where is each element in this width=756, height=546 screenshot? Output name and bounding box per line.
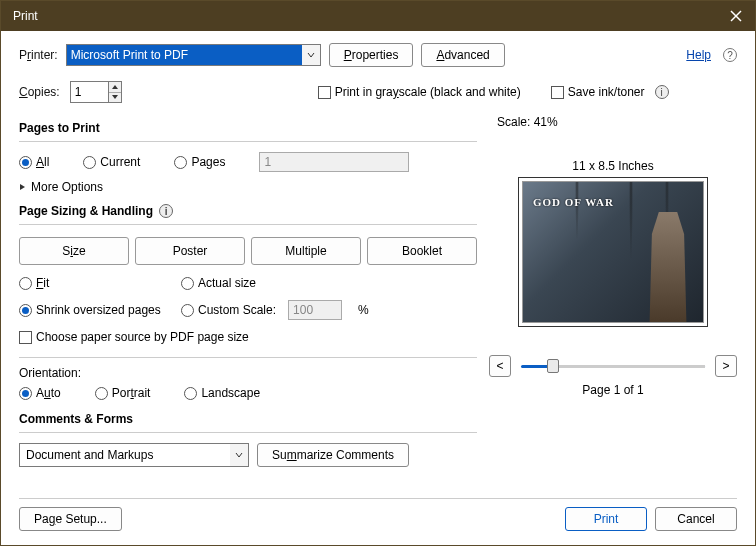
comments-dropdown[interactable]: Document and Markups <box>19 443 249 467</box>
page-indicator: Page 1 of 1 <box>582 383 643 397</box>
tab-booklet[interactable]: Booklet <box>367 237 477 265</box>
footer: Page Setup... Print Cancel <box>1 499 755 545</box>
preview-game-title: GOD OF WAR <box>533 196 614 208</box>
prev-page-button[interactable]: < <box>489 355 511 377</box>
choose-paper-checkbox[interactable]: Choose paper source by PDF page size <box>19 330 249 344</box>
radio-label: Pages <box>191 155 225 169</box>
summarize-comments-button[interactable]: Summarize Comments <box>257 443 409 467</box>
copies-down-icon[interactable] <box>109 93 121 103</box>
radio-label: Current <box>100 155 140 169</box>
printer-dropdown[interactable]: Microsoft Print to PDF <box>66 44 321 66</box>
close-icon[interactable] <box>729 9 743 23</box>
shrink-radio[interactable]: Shrink oversized pages <box>19 303 169 317</box>
sizing-tabs: Size Poster Multiple Booklet <box>19 237 477 265</box>
grayscale-checkbox[interactable]: Print in grayscale (black and white) <box>318 85 521 99</box>
orientation-title: Orientation: <box>19 366 477 380</box>
chevron-down-icon <box>230 444 248 466</box>
tab-size[interactable]: Size <box>19 237 129 265</box>
window-title: Print <box>13 9 38 23</box>
printer-row: Printer: Microsoft Print to PDF Properti… <box>19 43 737 67</box>
printer-dropdown-value: Microsoft Print to PDF <box>67 45 302 65</box>
pages-all-radio[interactable]: All <box>19 155 49 169</box>
preview-image: GOD OF WAR <box>522 181 704 323</box>
printer-label: Printer: <box>19 48 58 62</box>
more-options-label: More Options <box>31 180 103 194</box>
checkbox-icon <box>19 331 32 344</box>
radio-label: Custom Scale: <box>198 303 276 317</box>
radio-label: Auto <box>36 386 61 400</box>
triangle-right-icon <box>19 183 27 191</box>
sizing-title-row: Page Sizing & Handling i <box>19 198 477 218</box>
percent-label: % <box>358 303 369 317</box>
next-page-button[interactable]: > <box>715 355 737 377</box>
copies-input[interactable] <box>70 81 108 103</box>
left-panel: Pages to Print All Current Pages <box>19 115 477 490</box>
copies-label: Copies: <box>19 85 60 99</box>
dialog-content: Printer: Microsoft Print to PDF Properti… <box>1 31 755 498</box>
page-setup-button[interactable]: Page Setup... <box>19 507 122 531</box>
chevron-down-icon <box>302 45 320 65</box>
custom-scale-radio[interactable]: Custom Scale: <box>181 303 276 317</box>
saveink-label: Save ink/toner <box>568 85 645 99</box>
saveink-checkbox[interactable]: Save ink/toner <box>551 85 645 99</box>
checkbox-icon <box>318 86 331 99</box>
comments-dropdown-value: Document and Markups <box>20 448 230 462</box>
copies-row: Copies: Print in grayscale (black and wh… <box>19 81 737 103</box>
radio-label: Fit <box>36 276 49 290</box>
print-dialog: Print Printer: Microsoft Print to PDF Pr… <box>0 0 756 546</box>
copies-spinner[interactable] <box>70 81 122 103</box>
advanced-button[interactable]: Advanced <box>421 43 504 67</box>
tab-poster[interactable]: Poster <box>135 237 245 265</box>
pages-to-print-title: Pages to Print <box>19 115 477 135</box>
preview-dimensions: 11 x 8.5 Inches <box>572 159 653 173</box>
orientation-auto-radio[interactable]: Auto <box>19 386 61 400</box>
help-link[interactable]: Help <box>686 48 711 62</box>
info-icon[interactable]: i <box>159 204 173 218</box>
fit-radio[interactable]: Fit <box>19 276 169 290</box>
cancel-button[interactable]: Cancel <box>655 507 737 531</box>
radio-label: Portrait <box>112 386 151 400</box>
more-options-toggle[interactable]: More Options <box>19 180 477 194</box>
comments-row: Document and Markups Summarize Comments <box>19 443 477 467</box>
choose-paper-label: Choose paper source by PDF page size <box>36 330 249 344</box>
radio-label: Shrink oversized pages <box>36 303 161 317</box>
slider-thumb-icon[interactable] <box>547 359 559 373</box>
comments-title: Comments & Forms <box>19 406 477 426</box>
pages-range-radio[interactable]: Pages <box>174 155 225 169</box>
radio-label: Actual size <box>198 276 256 290</box>
properties-button[interactable]: Properties <box>329 43 414 67</box>
pages-range-input[interactable] <box>259 152 409 172</box>
sizing-title: Page Sizing & Handling <box>19 204 153 218</box>
pages-radio-row: All Current Pages <box>19 152 477 172</box>
titlebar: Print <box>1 1 755 31</box>
preview-nav-row: < > <box>489 355 737 377</box>
scale-label: Scale: 41% <box>497 115 558 129</box>
zoom-slider[interactable] <box>521 357 705 375</box>
preview-box: GOD OF WAR <box>518 177 708 327</box>
checkbox-icon <box>551 86 564 99</box>
actual-size-radio[interactable]: Actual size <box>181 276 331 290</box>
orientation-row: Auto Portrait Landscape <box>19 386 477 400</box>
copies-up-icon[interactable] <box>109 82 121 93</box>
radio-label: Landscape <box>201 386 260 400</box>
preview-panel: Scale: 41% 11 x 8.5 Inches GOD OF WAR < <box>489 115 737 490</box>
grayscale-label: Print in grayscale (black and white) <box>335 85 521 99</box>
orientation-landscape-radio[interactable]: Landscape <box>184 386 260 400</box>
custom-scale-input[interactable] <box>288 300 342 320</box>
info-icon[interactable]: i <box>655 85 669 99</box>
pages-current-radio[interactable]: Current <box>83 155 140 169</box>
radio-label: All <box>36 155 49 169</box>
print-button[interactable]: Print <box>565 507 647 531</box>
orientation-portrait-radio[interactable]: Portrait <box>95 386 151 400</box>
help-icon[interactable]: ? <box>723 48 737 62</box>
tab-multiple[interactable]: Multiple <box>251 237 361 265</box>
